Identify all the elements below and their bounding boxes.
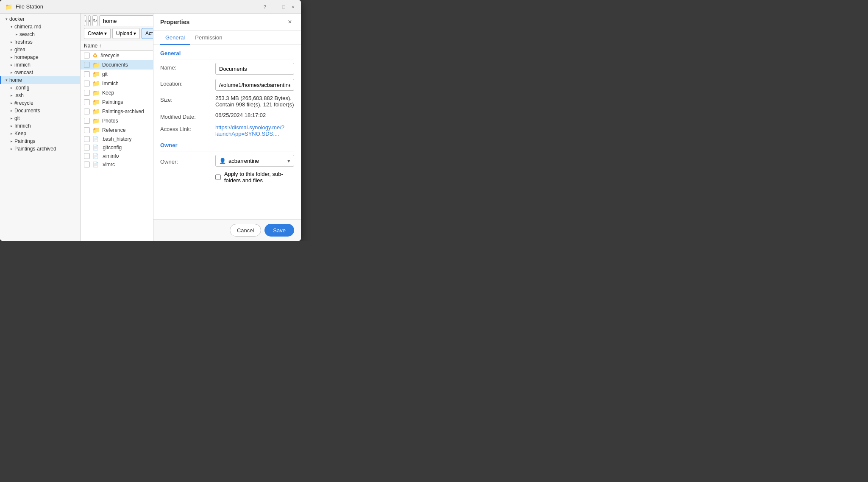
item-checkbox[interactable] xyxy=(84,62,90,68)
file-name: .vimrc xyxy=(101,162,115,167)
sidebar-item-documents[interactable]: ▸ Documents xyxy=(0,107,80,114)
sidebar-item-owncast[interactable]: ▸ owncast xyxy=(0,69,80,76)
item-checkbox[interactable] xyxy=(84,136,90,142)
sidebar-item-gitea[interactable]: ▸ gitea xyxy=(0,46,80,53)
properties-close-button[interactable]: × xyxy=(286,18,294,26)
sidebar-item-recycle[interactable]: ▸ #recycle xyxy=(0,99,80,107)
refresh-button[interactable]: ↻ xyxy=(92,15,97,26)
sidebar-item-git[interactable]: ▸ git xyxy=(0,114,80,122)
list-item[interactable]: 📁 Paintings xyxy=(81,98,153,107)
name-input[interactable] xyxy=(215,63,294,75)
sidebar-item-keep[interactable]: ▸ Keep xyxy=(0,130,80,137)
dropdown-arrow: ▾ xyxy=(134,31,136,36)
item-checkbox[interactable] xyxy=(84,118,90,124)
expand-arrow: ▸ xyxy=(8,139,14,143)
expand-arrow: ▸ xyxy=(8,101,14,105)
access-link[interactable]: https://dismal.synology.me/?launchApp=SY… xyxy=(215,124,294,137)
back-button[interactable]: ‹ xyxy=(84,15,86,26)
tab-general[interactable]: General xyxy=(160,31,190,45)
list-item[interactable]: 📁 git xyxy=(81,70,153,79)
list-item[interactable]: 📁 Photos xyxy=(81,116,153,125)
item-checkbox[interactable] xyxy=(84,99,90,105)
close-button[interactable]: × xyxy=(290,4,296,10)
location-field-row: Location: xyxy=(160,79,294,91)
folder-icon: 📁 xyxy=(92,117,100,124)
list-item[interactable]: 📄 .viminfo xyxy=(81,152,153,160)
item-checkbox[interactable] xyxy=(84,53,90,59)
sidebar-item-ssh[interactable]: ▸ .ssh xyxy=(0,92,80,99)
sidebar-item-label: Immich xyxy=(14,123,31,129)
size-field-row: Size: 253.3 MB (265,603,882 Bytes). Cont… xyxy=(160,95,294,108)
toolbar: ‹ › ↻ ★ 🔍 Search Create ▾ xyxy=(81,14,153,41)
maximize-button[interactable]: □ xyxy=(281,4,287,10)
sidebar-item-freshrss[interactable]: ▸ freshrss xyxy=(0,38,80,46)
save-button[interactable]: Save xyxy=(264,224,294,237)
list-item[interactable]: 📁 Reference xyxy=(81,125,153,135)
file-name: .viminfo xyxy=(101,153,119,159)
list-item[interactable]: 📁 Paintings-archived xyxy=(81,107,153,116)
list-item[interactable]: 📄 .gitconfig xyxy=(81,143,153,152)
sidebar-item-docker[interactable]: ▾ docker xyxy=(0,15,80,23)
help-button[interactable]: ? xyxy=(262,4,268,10)
folder-icon: 📁 xyxy=(92,71,100,78)
access-link-field-row: Access Link: https://dismal.synology.me/… xyxy=(160,124,294,137)
cancel-button[interactable]: Cancel xyxy=(230,224,261,237)
location-input[interactable] xyxy=(215,79,294,91)
expand-arrow: ▸ xyxy=(8,86,14,90)
expand-arrow: ▸ xyxy=(8,40,14,44)
name-column-header[interactable]: Name ↑ xyxy=(84,43,101,49)
list-item[interactable]: 📁 Documents xyxy=(81,60,153,70)
expand-arrow: ▸ xyxy=(8,109,14,113)
sidebar-item-immich[interactable]: ▸ immich xyxy=(0,61,80,69)
size-label: Size: xyxy=(160,95,215,103)
upload-button[interactable]: Upload ▾ xyxy=(112,28,140,39)
sidebar-item-homepage[interactable]: ▸ homepage xyxy=(0,53,80,61)
list-item[interactable]: ♻ #recycle xyxy=(81,51,153,60)
location-input[interactable] xyxy=(99,15,153,26)
item-checkbox[interactable] xyxy=(84,81,90,86)
sidebar-item-home[interactable]: ▾ home xyxy=(0,76,80,84)
owner-section-title: Owner xyxy=(160,142,294,151)
sidebar-item-search[interactable]: ▸ search xyxy=(0,31,80,38)
sidebar-item-label: search xyxy=(19,31,35,37)
properties-panel: Properties × General Permission General … xyxy=(153,14,301,241)
app-icon: 📁 xyxy=(5,3,12,10)
item-checkbox[interactable] xyxy=(84,90,90,96)
minimize-button[interactable]: − xyxy=(271,4,277,10)
properties-tabs: General Permission xyxy=(153,31,301,45)
folder-icon: 📁 xyxy=(92,61,100,68)
sidebar-item-chimera-md[interactable]: ▾ chimera-md xyxy=(0,23,80,31)
sidebar-item-label: .ssh xyxy=(14,92,24,98)
list-item[interactable]: 📁 Keep xyxy=(81,88,153,98)
owner-section: Owner Owner: 👤 acbarrentine ▾ Apply t xyxy=(160,142,294,184)
sidebar-item-paintings-archived[interactable]: ▸ Paintings-archived xyxy=(0,145,80,153)
item-checkbox[interactable] xyxy=(84,162,90,167)
file-icon: 📄 xyxy=(92,162,99,167)
tab-permission[interactable]: Permission xyxy=(190,31,227,45)
item-checkbox[interactable] xyxy=(84,109,90,114)
forward-button[interactable]: › xyxy=(88,15,91,26)
sidebar-item-config[interactable]: ▸ .config xyxy=(0,84,80,92)
list-item[interactable]: 📄 .bash_history xyxy=(81,135,153,143)
item-checkbox[interactable] xyxy=(84,145,90,150)
sidebar-item-immich-home[interactable]: ▸ Immich xyxy=(0,122,80,130)
expand-arrow: ▸ xyxy=(8,63,14,67)
list-item[interactable]: 📄 .vimrc xyxy=(81,160,153,169)
list-item[interactable]: 📁 Immich xyxy=(81,79,153,88)
expand-arrow: ▸ xyxy=(8,70,14,75)
item-checkbox[interactable] xyxy=(84,127,90,133)
modified-value: 06/25/2024 18:17:02 xyxy=(215,112,294,118)
item-checkbox[interactable] xyxy=(84,71,90,77)
file-name: .gitconfig xyxy=(101,145,122,150)
item-checkbox[interactable] xyxy=(84,153,90,159)
size-value: 253.3 MB (265,603,882 Bytes). Contain 99… xyxy=(215,95,294,108)
action-button[interactable]: Action ▾ xyxy=(142,28,153,39)
expand-arrow: ▸ xyxy=(8,131,14,136)
expand-arrow: ▸ xyxy=(8,55,14,59)
file-icon: 📄 xyxy=(92,145,99,150)
apply-checkbox[interactable] xyxy=(215,174,221,180)
owner-select[interactable]: 👤 acbarrentine ▾ xyxy=(215,155,294,167)
file-name: Immich xyxy=(102,81,119,86)
create-button[interactable]: Create ▾ xyxy=(84,28,111,39)
sidebar-item-paintings[interactable]: ▸ Paintings xyxy=(0,137,80,145)
